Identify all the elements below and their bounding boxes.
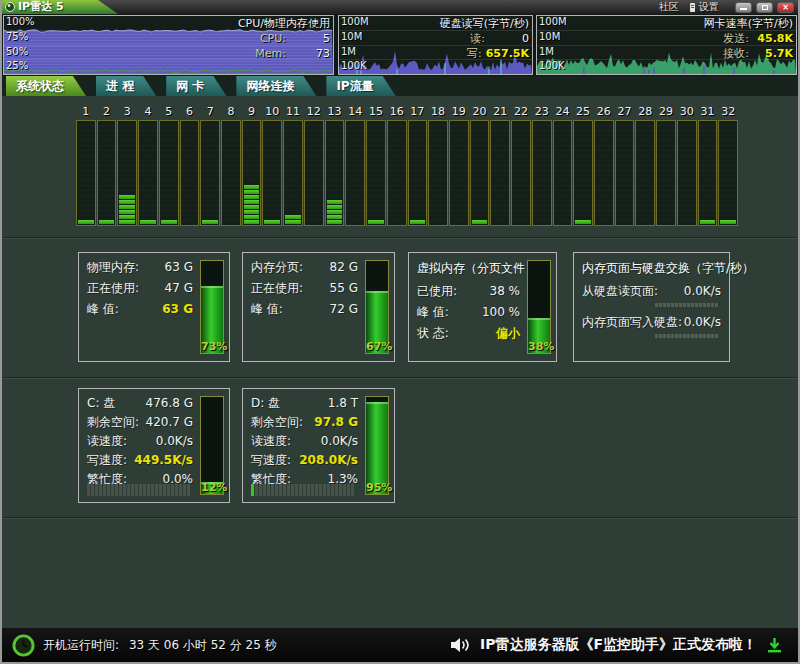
settings-label: 设置 bbox=[699, 0, 719, 14]
cpu-core-meter: 23 bbox=[532, 105, 552, 226]
panel-row: 写速度:208.0K/s bbox=[251, 453, 358, 467]
graph-strip: 100%75%50%25% CPU/物理内存使用 CPU:5Mem:73 100… bbox=[2, 14, 798, 76]
minimize-icon bbox=[740, 8, 747, 10]
physical-memory-bar: 73% bbox=[200, 260, 224, 354]
cpu-core-meter: 22 bbox=[511, 105, 531, 226]
cpu-core-meter: 7 bbox=[200, 105, 220, 226]
cpu-core-meter: 28 bbox=[635, 105, 655, 226]
cpu-core-meter: 16 bbox=[387, 105, 407, 226]
network-graph bbox=[537, 15, 796, 74]
panel-row: 正在使用:47 G bbox=[87, 281, 193, 295]
cpu-core-meter: 29 bbox=[656, 105, 676, 226]
uptime-label: 开机运行时间: bbox=[43, 638, 119, 652]
panel-row: 剩余空间:420.7 G bbox=[87, 415, 193, 429]
uptime-text: 开机运行时间: 33 天 06 小时 52 分 25 秒 bbox=[43, 637, 277, 654]
panel-row: 读速度:0.0K/s bbox=[87, 434, 193, 448]
cpu-core-meter: 2 bbox=[97, 105, 117, 226]
physical-memory-panel: 物理内存:63 G正在使用:47 G峰 值:63 G 73% bbox=[78, 252, 230, 362]
cpu-core-meter: 32 bbox=[718, 105, 738, 226]
cpu-core-meter: 27 bbox=[615, 105, 635, 226]
app-title: IP雷达 5 bbox=[18, 0, 64, 14]
panel-row: 已使用:38 % bbox=[417, 284, 520, 298]
tabbar: 系统状态 进 程 网 卡 网络连接 IP流量 bbox=[2, 76, 798, 96]
cpu-memory-graph bbox=[4, 15, 333, 74]
cpu-core-meter: 17 bbox=[408, 105, 428, 226]
panel-row: 物理内存:63 G bbox=[87, 260, 193, 274]
section-divider bbox=[2, 237, 798, 239]
panel-row: 写速度:449.5K/s bbox=[87, 453, 193, 467]
disk-d-busy-meter bbox=[251, 484, 354, 496]
page-swap-title: 内存页面与硬盘交换（字节/秒） bbox=[582, 260, 721, 277]
cpu-core-meter: 24 bbox=[553, 105, 573, 226]
close-icon: × bbox=[782, 3, 789, 12]
cpu-core-meter: 14 bbox=[345, 105, 365, 226]
panel-row: 剩余空间:97.8 G bbox=[251, 415, 358, 429]
tab-processes[interactable]: 进 程 bbox=[96, 76, 156, 96]
panel-row: 峰 值:72 G bbox=[251, 302, 358, 316]
close-button[interactable]: × bbox=[777, 2, 794, 13]
panel-row: 内存页面写入硬盘:0.0K/s bbox=[582, 315, 721, 329]
panel-row: 正在使用:55 G bbox=[251, 281, 358, 295]
tab-network-connections[interactable]: 网络连接 bbox=[236, 76, 316, 96]
disk-c-busy-meter bbox=[87, 484, 190, 496]
disk-io-graph-panel: 100M10M1M100K 硬盘读写(字节/秒) 读:0写:657.5K bbox=[338, 15, 533, 75]
system-status-page: 1234567891011121314151617181920212223242… bbox=[2, 96, 798, 628]
tab-ip-traffic[interactable]: IP流量 bbox=[326, 76, 395, 96]
announcement-text[interactable]: IP雷达服务器版《F监控助手》正式发布啦！ bbox=[480, 636, 757, 654]
memory-paging-bar: 67% bbox=[365, 260, 389, 354]
tab-network-card[interactable]: 网 卡 bbox=[166, 76, 226, 96]
radar-icon bbox=[5, 2, 15, 12]
activity-mini-meter bbox=[655, 303, 719, 307]
virtual-memory-panel: 虚拟内存（分页文件） 已使用:38 %峰 值:100 %状 态:偏小 38% bbox=[408, 252, 557, 362]
cpu-core-meter: 12 bbox=[304, 105, 324, 226]
disk-d-usage-bar: 95% bbox=[365, 396, 389, 495]
cpu-core-meter: 15 bbox=[366, 105, 386, 226]
section-divider bbox=[2, 377, 798, 379]
cpu-core-meter: 18 bbox=[428, 105, 448, 226]
uptime-value: 33 天 06 小时 52 分 25 秒 bbox=[129, 638, 277, 652]
panel-row: 峰 值:63 G bbox=[87, 302, 193, 316]
cpu-core-meter: 30 bbox=[677, 105, 697, 226]
settings-icon bbox=[689, 3, 696, 12]
cpu-core-meter: 26 bbox=[594, 105, 614, 226]
maximize-icon bbox=[762, 5, 768, 10]
panel-row: 内存分页:82 G bbox=[251, 260, 358, 274]
speaker-icon[interactable] bbox=[451, 637, 470, 653]
panel-row: 状 态:偏小 bbox=[417, 326, 520, 340]
cpu-core-meter: 21 bbox=[490, 105, 510, 226]
cpu-memory-graph-panel: 100%75%50%25% CPU/物理内存使用 CPU:5Mem:73 bbox=[3, 15, 334, 75]
memory-paging-panel: 内存分页:82 G正在使用:55 G峰 值:72 G 67% bbox=[242, 252, 395, 362]
page-swap-panel: 内存页面与硬盘交换（字节/秒） 从硬盘读页面:0.0K/s内存页面写入硬盘:0.… bbox=[573, 252, 730, 362]
panel-row: C: 盘476.8 G bbox=[87, 396, 193, 410]
cpu-core-meter: 8 bbox=[221, 105, 241, 226]
maximize-button[interactable] bbox=[756, 2, 773, 13]
cpu-core-meter: 9 bbox=[242, 105, 262, 226]
cpu-core-meter: 4 bbox=[138, 105, 158, 226]
virtual-memory-bar: 38% bbox=[527, 260, 551, 354]
cpu-core-meter: 13 bbox=[325, 105, 345, 226]
cpu-core-meters: 1234567891011121314151617181920212223242… bbox=[76, 105, 738, 226]
cpu-core-meter: 10 bbox=[262, 105, 282, 226]
cpu-core-meter: 3 bbox=[117, 105, 137, 226]
cpu-core-meter: 11 bbox=[283, 105, 303, 226]
app-window: IP雷达 5 社区 设置 × 100%75%50%25% bbox=[0, 0, 800, 664]
panel-row: 从硬盘读页面:0.0K/s bbox=[582, 284, 721, 298]
tab-system-status[interactable]: 系统状态 bbox=[6, 76, 86, 96]
download-icon[interactable] bbox=[767, 637, 782, 653]
minimize-button[interactable] bbox=[735, 2, 752, 13]
disk-d-panel: D: 盘1.8 T剩余空间:97.8 G读速度:0.0K/s写速度:208.0K… bbox=[242, 388, 395, 503]
titlebar-brand: IP雷达 5 bbox=[2, 0, 118, 14]
activity-mini-meter bbox=[655, 334, 719, 338]
disk-c-usage-bar: 12% bbox=[200, 396, 224, 495]
cpu-core-meter: 31 bbox=[698, 105, 718, 226]
cpu-core-meter: 20 bbox=[470, 105, 490, 226]
disk-c-panel: C: 盘476.8 G剩余空间:420.7 G读速度:0.0K/s写速度:449… bbox=[78, 388, 230, 503]
panel-row: 读速度:0.0K/s bbox=[251, 434, 358, 448]
network-graph-panel: 100M10M1M100K 网卡速率(字节/秒) 发送:45.8K接收:5.7K bbox=[536, 15, 797, 75]
panel-row: 峰 值:100 % bbox=[417, 305, 520, 319]
settings-link[interactable]: 设置 bbox=[689, 0, 719, 14]
section-divider bbox=[2, 517, 798, 519]
cpu-core-meter: 6 bbox=[180, 105, 200, 226]
community-link[interactable]: 社区 bbox=[659, 0, 679, 14]
cpu-core-meter: 5 bbox=[159, 105, 179, 226]
